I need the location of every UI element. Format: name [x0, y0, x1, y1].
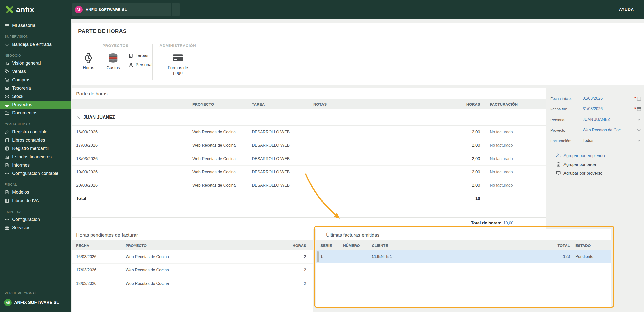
doc-icon — [5, 190, 9, 195]
pending-row-18-03-2026[interactable]: 18/03/2026 Web Recetas de Cocina 2 — [72, 277, 313, 290]
ribbon-group-label: PROYECTOS — [78, 43, 152, 48]
sidebar-item-tesoreria[interactable]: Tesorería — [0, 84, 71, 92]
tool-formas-de-pago[interactable]: Formas de pago — [167, 52, 189, 76]
timesheet-grand-total: Total de horas: 10,00 — [72, 217, 546, 229]
sidebar-item-compras[interactable]: Compras — [0, 76, 71, 84]
sidebar-section-empresa: EMPRESA — [0, 205, 71, 215]
timesheet-row-20-03-2026[interactable]: 20/03/2026 Web Recetas de Cocina DESARRO… — [72, 179, 546, 192]
timesheet-row-16-03-2026[interactable]: 16/03/2026 Web Recetas de Cocina DESARRO… — [72, 126, 546, 139]
tag-icon — [5, 69, 9, 74]
box-icon — [5, 94, 9, 99]
company-selector[interactable]: AS ANFIX SOFTWARE SL — [72, 3, 171, 16]
sidebar-section-supervision: SUPERVISIÓN — [0, 30, 71, 40]
sidebar-section-contabilidad: CONTABILIDAD — [0, 117, 71, 128]
filter-proyecto[interactable]: Proyecto: Web Recetas de Cocina — [550, 125, 644, 135]
page-header: PARTE DE HORAS — [72, 23, 644, 40]
pending-row-17-03-2026[interactable]: 17/03/2026 Web Recetas de Cocina 2 — [72, 264, 313, 277]
ribbon-divider — [203, 44, 203, 80]
col-cliente: CLIENTE — [372, 243, 543, 248]
timesheet-row-17-03-2026[interactable]: 17/03/2026 Web Recetas de Cocina DESARRO… — [72, 139, 546, 152]
calendar-icon[interactable] — [637, 107, 641, 111]
grand-total-value[interactable]: 10,00 — [503, 221, 513, 225]
topbar: anfix AS ANFIX SOFTWARE SL AYUDA — [0, 0, 644, 19]
col-numero: NÚMERO — [343, 243, 372, 248]
timesheet-row-19-03-2026[interactable]: 19/03/2026 Web Recetas de Cocina DESARRO… — [72, 166, 546, 179]
sidebar-item-stock[interactable]: Stock — [0, 92, 71, 101]
coins-icon — [107, 52, 119, 64]
company-avatar: AS — [75, 6, 83, 13]
profile-avatar: AS — [4, 299, 12, 306]
col-serie: SERIE — [320, 243, 343, 248]
pending-title: Horas pendientes de facturar — [72, 229, 313, 240]
tool-horas[interactable]: Horas — [78, 52, 98, 70]
required-asterisk: * — [634, 106, 636, 112]
timesheet-row-18-03-2026[interactable]: 18/03/2026 Web Recetas de Cocina DESARRO… — [72, 152, 546, 166]
ribbon-group-proyectos: PROYECTOS Horas Gastos Tareas — [72, 40, 152, 85]
sidebar-item-bandeja-de-entrada[interactable]: Bandeja de entrada — [0, 40, 71, 49]
tool-personal[interactable]: Personal — [128, 62, 152, 67]
scrollbar-thumb[interactable] — [317, 251, 319, 262]
chart-icon — [5, 154, 9, 159]
invoice-row-cliente-1[interactable]: 1 CLIENTE 1 123 Pendiente — [316, 250, 611, 263]
tool-tareas[interactable]: Tareas — [128, 53, 152, 58]
profile-selector[interactable]: AS ANFIX SOFTWARE SL — [0, 297, 71, 308]
sidebar-item-servicios[interactable]: Servicios — [0, 224, 71, 232]
watch-icon — [83, 52, 94, 64]
sidebar-item-libros-contables[interactable]: Libros contables — [0, 136, 71, 144]
sidebar-item-ventas[interactable]: Ventas — [0, 67, 71, 76]
filter-personal[interactable]: Personal: JUAN JUANEZ — [550, 114, 644, 125]
sidebar-item-registro-contable[interactable]: Registro contable — [0, 128, 71, 136]
chart-icon — [5, 61, 9, 66]
employee-group-row[interactable]: JUAN JUANEZ — [72, 109, 546, 126]
timesheet-panel: Parte de horas PROYECTO TAREA NOTAS HORA… — [72, 88, 546, 229]
calendar-icon[interactable] — [637, 96, 641, 101]
main-area: PARTE DE HORAS PROYECTOS Horas Gastos Ta… — [71, 19, 644, 312]
sidebar-item-vision-general[interactable]: Visión general — [0, 59, 71, 67]
group-link-agrupar-por-proyecto[interactable]: Agrupar por proyecto — [556, 171, 644, 176]
anfix-logo-icon — [6, 6, 14, 14]
gear-icon — [5, 217, 9, 222]
tool-gastos[interactable]: Gastos — [103, 52, 123, 70]
col-proyecto: PROYECTO — [126, 243, 281, 248]
sidebar-item-libros-de-iva[interactable]: Libros de IVA — [0, 197, 71, 205]
folder-icon — [5, 111, 9, 115]
book2-icon — [5, 146, 9, 151]
invoices-header-row: SERIE NÚMERO CLIENTE TOTAL ESTADO — [316, 240, 611, 250]
sidebar-item-configuracion-contable[interactable]: Configuración contable — [0, 169, 71, 178]
help-link[interactable]: AYUDA — [619, 7, 644, 12]
sidebar-item-estados-financieros[interactable]: Estados financieros — [0, 153, 71, 161]
group-link-agrupar-por-tarea[interactable]: Agrupar por tarea — [556, 162, 644, 167]
sidebar-section-negocio: NEGOCIO — [0, 49, 71, 59]
ribbon-toolbar: PROYECTOS Horas Gastos Tareas — [72, 40, 644, 85]
group-link-agrupar-por-empleado[interactable]: Agrupar por empleado — [556, 153, 644, 158]
invoices-body: 1 CLIENTE 1 123 Pendiente — [316, 250, 611, 263]
sidebar-item-proyectos[interactable]: Proyectos — [0, 101, 71, 109]
sidebar-item-documentos[interactable]: Documentos — [0, 109, 71, 117]
pending-row-16-03-2026[interactable]: 16/03/2026 Web Recetas de Cocina 2 — [72, 250, 313, 264]
col-facturacion: FACTURACIÓN — [486, 102, 546, 106]
sidebar-item-modelos[interactable]: Modelos — [0, 188, 71, 197]
brand-logo: anfix — [0, 5, 71, 14]
timesheet-header-row: PROYECTO TAREA NOTAS HORAS FACTURACIÓN — [72, 99, 546, 109]
book-icon — [5, 138, 9, 143]
filter-facturacion[interactable]: Facturación: Todos — [550, 135, 644, 146]
filter-fecha-inicio[interactable]: Fecha inicio: 01/03/2026 * — [550, 93, 644, 104]
filter-panel: Fecha inicio: 01/03/2026 * Fecha fin: 31… — [550, 93, 644, 176]
sidebar-item-informes[interactable]: Informes — [0, 161, 71, 169]
company-stepper[interactable] — [171, 3, 180, 16]
briefcase-icon — [5, 23, 9, 28]
chevron-down-icon[interactable] — [636, 117, 641, 122]
cart-icon — [5, 77, 9, 82]
col-horas: HORAS — [451, 102, 486, 106]
total-hours-value: 10 — [451, 196, 486, 201]
chevron-down-icon[interactable] — [636, 128, 641, 133]
ribbon-group-label: ADMINISTRACIÓN — [153, 43, 203, 48]
person-icon — [128, 62, 133, 67]
col-fecha: FECHA — [76, 243, 126, 248]
sidebar-item-mi-asesoria[interactable]: Mi asesoría — [0, 21, 71, 30]
sidebar-item-registro-mercantil[interactable]: Registro mercantil — [0, 144, 71, 153]
filter-fecha-fin[interactable]: Fecha fin: 31/03/2026 * — [550, 104, 644, 114]
chevron-down-icon[interactable] — [636, 138, 641, 143]
sidebar-item-configuracion[interactable]: Configuración — [0, 215, 71, 224]
pending-header-row: FECHA PROYECTO HORAS — [72, 240, 313, 250]
